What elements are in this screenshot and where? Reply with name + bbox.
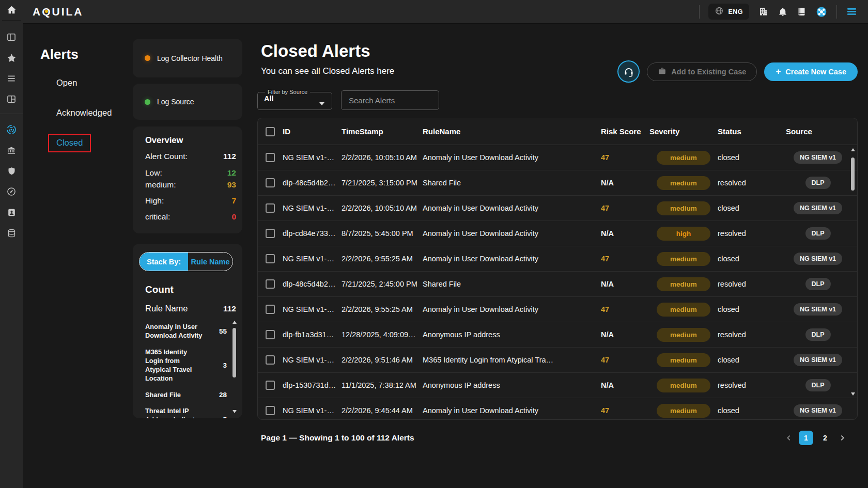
- row-checkbox[interactable]: [258, 305, 283, 314]
- row-checkbox[interactable]: [258, 330, 283, 339]
- severity-badge: high: [657, 227, 710, 241]
- shield-icon[interactable]: [2, 161, 21, 181]
- page-button-2[interactable]: 2: [818, 431, 832, 445]
- bank-icon[interactable]: [2, 140, 21, 161]
- favorites-icon[interactable]: [2, 48, 21, 68]
- severity-badge: medium: [657, 404, 710, 418]
- count-list-scrollbar[interactable]: [231, 321, 237, 413]
- overview-rows: Alert Count: 112 Low: 12 medium: 93 High…: [145, 152, 237, 222]
- table-row[interactable]: NG SIEM v1-091… 2/2/2026, 10:05:10 AM An…: [258, 196, 857, 221]
- docs-icon[interactable]: [797, 7, 807, 17]
- row-checkbox[interactable]: [258, 153, 283, 162]
- status-cards: Log Collector Health Log Source: [133, 39, 242, 120]
- rule-name-group-header: Rule Name 112: [145, 304, 236, 313]
- count-item-value: 5: [223, 416, 228, 418]
- cell-rulename: Anomaly in User Download Activity: [423, 204, 601, 212]
- scrollbar-thumb[interactable]: [851, 158, 855, 191]
- table-row[interactable]: dlp-fb1a3d3150… 12/28/2025, 4:09:09 PM A…: [258, 322, 857, 348]
- briefcase-icon: [658, 67, 667, 77]
- table-row[interactable]: dlp-1530731d68… 11/1/2025, 7:38:12 AM An…: [258, 373, 857, 398]
- radar-icon[interactable]: [2, 119, 21, 140]
- menu-icon[interactable]: [846, 6, 858, 18]
- compass-icon[interactable]: [2, 181, 21, 202]
- identity-icon[interactable]: [2, 202, 21, 223]
- cell-riskscore: N/A: [601, 381, 649, 389]
- severity-badge: medium: [657, 328, 710, 342]
- table-row[interactable]: NG SIEM v1-60b… 2/2/2026, 9:45:44 AM Ano…: [258, 398, 857, 420]
- cell-source: DLP: [786, 278, 850, 290]
- count-item-value: 55: [219, 327, 228, 335]
- support-icon[interactable]: [815, 6, 828, 18]
- rule-count-item[interactable]: Shared File 28: [145, 387, 228, 403]
- column-header-rulename: RuleName: [423, 127, 601, 136]
- home-icon[interactable]: [2, 0, 21, 21]
- overview-label: medium:: [145, 180, 176, 190]
- prev-page-button[interactable]: [784, 433, 794, 443]
- rule-count-item[interactable]: M365 Identity Login from Atypical Travel…: [145, 344, 228, 387]
- database-icon[interactable]: [2, 223, 21, 243]
- cell-riskscore: N/A: [601, 179, 649, 187]
- row-checkbox[interactable]: [258, 355, 283, 365]
- create-new-case-button[interactable]: + Create New Case: [764, 62, 858, 81]
- rail-icon-group-bottom: [2, 119, 21, 243]
- cell-timestamp: 2/2/2026, 9:45:44 AM: [342, 406, 423, 415]
- row-checkbox[interactable]: [258, 229, 283, 238]
- table-scrollbar[interactable]: [850, 148, 856, 396]
- cell-id: NG SIEM v1-ae5…: [283, 153, 342, 162]
- panel-left-icon[interactable]: [2, 27, 21, 48]
- table-row[interactable]: dlp-cd84e733-… 8/7/2025, 5:45:00 PM Anom…: [258, 221, 857, 246]
- alerts-nav-item[interactable]: Acknowledged: [48, 104, 120, 122]
- organization-icon[interactable]: [758, 6, 769, 17]
- status-card-label: Log Source: [157, 98, 194, 106]
- stack-by-toggle[interactable]: Stack By: Rule Name: [139, 252, 233, 271]
- table-row[interactable]: NG SIEM v1-982… 2/2/2026, 9:55:25 AM Ano…: [258, 246, 857, 272]
- brand-logo[interactable]: AQUILA: [33, 6, 84, 18]
- row-checkbox[interactable]: [258, 203, 283, 213]
- table-row[interactable]: dlp-48c5d4b2-… 7/21/2025, 3:15:00 PM Sha…: [258, 170, 857, 196]
- status-card[interactable]: Log Collector Health: [133, 39, 242, 77]
- column-header-severity: Severity: [649, 127, 718, 136]
- language-selector[interactable]: ENG: [708, 4, 749, 20]
- notifications-icon[interactable]: [778, 7, 788, 17]
- rule-count-item[interactable]: Threat Intel IP Address Indicator Match …: [145, 403, 228, 418]
- alerts-nav-item[interactable]: Open: [48, 74, 85, 92]
- rule-count-item[interactable]: Anomaly in User Download Activity 55: [145, 319, 228, 344]
- scroll-down-icon[interactable]: [233, 410, 237, 413]
- cell-status: resolved: [718, 280, 786, 288]
- cell-source: DLP: [786, 177, 850, 189]
- row-checkbox[interactable]: [258, 381, 283, 390]
- page-button-1[interactable]: 1: [799, 431, 813, 445]
- app-root: AQUILA ENG: [0, 0, 868, 488]
- source-badge: DLP: [805, 227, 831, 240]
- table-row[interactable]: dlp-48c5d4b2-… 7/21/2025, 2:45:00 PM Sha…: [258, 272, 857, 297]
- topbar: AQUILA ENG: [23, 0, 868, 24]
- severity-badge: medium: [657, 201, 710, 215]
- severity-badge: medium: [657, 277, 710, 291]
- cell-timestamp: 2/2/2026, 10:05:10 AM: [342, 204, 423, 212]
- list-icon[interactable]: [2, 68, 21, 89]
- row-checkbox[interactable]: [258, 178, 283, 187]
- status-card[interactable]: Log Source: [133, 84, 242, 120]
- row-checkbox[interactable]: [258, 406, 283, 415]
- row-checkbox[interactable]: [258, 254, 283, 263]
- select-all-checkbox[interactable]: [258, 127, 283, 136]
- source-filter-value: All: [264, 95, 274, 103]
- overview-value: 0: [231, 212, 237, 222]
- globe-icon: [715, 6, 724, 18]
- add-to-existing-case-button[interactable]: Add to Existing Case: [647, 62, 757, 81]
- alerts-nav-item[interactable]: Closed: [48, 134, 91, 152]
- search-alerts-input[interactable]: [341, 90, 439, 110]
- table-row[interactable]: NG SIEM v1-ae5… 2/2/2026, 10:05:10 AM An…: [258, 145, 857, 170]
- severity-badge: medium: [657, 353, 710, 367]
- column-header-status: Status: [718, 127, 786, 136]
- row-checkbox[interactable]: [258, 279, 283, 289]
- scrollbar-thumb[interactable]: [233, 328, 236, 377]
- board-icon[interactable]: [2, 89, 21, 109]
- table-row[interactable]: NG SIEM v1-e4d… 2/2/2026, 9:55:25 AM Ano…: [258, 297, 857, 322]
- table-row[interactable]: NG SIEM v1-691… 2/2/2026, 9:51:46 AM M36…: [258, 348, 857, 373]
- support-headset-button[interactable]: [617, 60, 640, 83]
- next-page-button[interactable]: [837, 433, 847, 443]
- scroll-down-icon[interactable]: [851, 392, 855, 396]
- status-dot: [145, 99, 150, 105]
- source-filter-dropdown[interactable]: Filter by Source All: [257, 89, 332, 110]
